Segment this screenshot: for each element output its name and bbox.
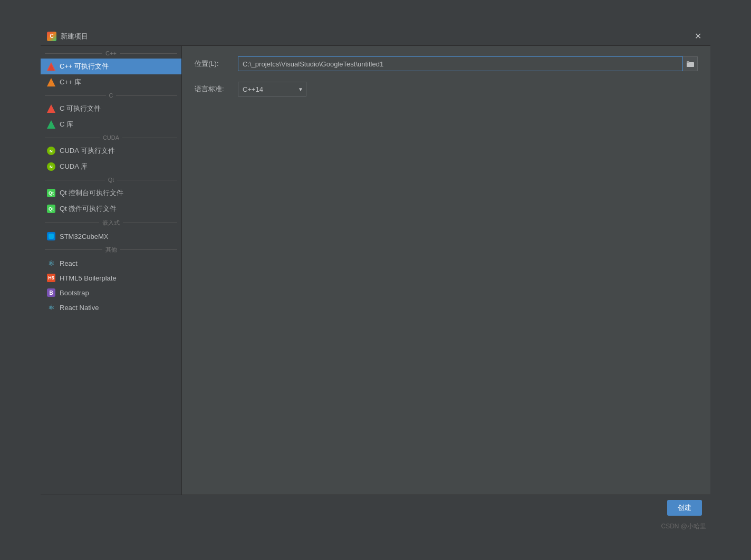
svg-marker-4 — [47, 120, 55, 129]
react-native-label: React Native — [60, 304, 99, 312]
titlebar: C 新建项目 ✕ — [41, 27, 710, 46]
location-input-wrapper — [238, 56, 698, 71]
svg-marker-3 — [47, 104, 55, 113]
create-button[interactable]: 创建 — [667, 500, 702, 516]
dialog-title: 新建项目 — [61, 32, 88, 41]
language-select[interactable]: C++14 C++11 C++17 C++20 — [238, 82, 306, 96]
sidebar: C++ C++ 可执行文件 C++ 库 — [41, 46, 182, 495]
cuda-executable-icon: N — [47, 147, 55, 155]
footer-right: 创建 — [667, 500, 702, 516]
section-qt: Qt — [41, 175, 181, 185]
sidebar-item-cuda-executable[interactable]: N CUDA 可执行文件 — [41, 143, 181, 159]
qt-widget-label: Qt 微件可执行文件 — [60, 204, 117, 214]
html5-icon: H5 — [47, 274, 55, 282]
sidebar-item-cpp-library[interactable]: C++ 库 — [41, 74, 181, 90]
main-content: 位置(L): 语言标准: C++14 C++11 — [182, 46, 710, 495]
stm32-label: STM32CubeMX — [60, 233, 108, 240]
section-cpp: C++ — [41, 48, 181, 59]
language-label: 语言标准: — [195, 84, 232, 94]
bootstrap-label: Bootstrap — [60, 289, 89, 297]
c-executable-label: C 可执行文件 — [60, 104, 101, 113]
cuda-executable-label: CUDA 可执行文件 — [60, 146, 115, 156]
folder-browse-button[interactable] — [683, 56, 698, 71]
c-library-icon — [47, 120, 55, 129]
sidebar-item-c-executable[interactable]: C 可执行文件 — [41, 101, 181, 117]
location-row: 位置(L): — [195, 56, 698, 71]
close-button[interactable]: ✕ — [691, 30, 704, 43]
sidebar-item-qt-console[interactable]: Qt Qt 控制台可执行文件 — [41, 185, 181, 201]
stm32-icon — [47, 232, 55, 240]
c-executable-icon — [47, 104, 55, 113]
sidebar-item-stm32[interactable]: STM32CubeMX — [41, 229, 181, 244]
bootstrap-icon: B — [47, 288, 55, 297]
section-cuda: CUDA — [41, 132, 181, 143]
location-label: 位置(L): — [195, 59, 232, 69]
qt-widget-icon: Qt — [47, 205, 55, 213]
sidebar-item-react-native[interactable]: ⚛ React Native — [41, 300, 181, 315]
location-input[interactable] — [238, 56, 683, 71]
dialog-body: C++ C++ 可执行文件 C++ 库 — [41, 46, 710, 495]
sidebar-item-c-library[interactable]: C 库 — [41, 117, 181, 132]
html5-label: HTML5 Boilerplate — [60, 274, 117, 282]
folder-icon — [687, 61, 694, 67]
svg-rect-5 — [687, 62, 694, 67]
cpp-library-icon — [47, 78, 55, 86]
svg-marker-2 — [47, 78, 55, 86]
cpp-library-label: C++ 库 — [60, 78, 81, 87]
react-native-icon: ⚛ — [47, 303, 55, 312]
clion-icon: C — [47, 32, 56, 41]
sidebar-item-react[interactable]: ⚛ React — [41, 256, 181, 271]
cpp-executable-icon — [47, 62, 55, 71]
react-icon: ⚛ — [47, 259, 55, 267]
sidebar-item-html5[interactable]: H5 HTML5 Boilerplate — [41, 271, 181, 285]
svg-rect-6 — [687, 61, 689, 63]
qt-console-label: Qt 控制台可执行文件 — [60, 188, 123, 198]
section-other: 其他 — [41, 244, 181, 256]
dialog-footer: 创建 — [41, 495, 710, 520]
section-c: C — [41, 90, 181, 101]
language-row: 语言标准: C++14 C++11 C++17 C++20 ▼ — [195, 82, 698, 96]
new-project-dialog: C 新建项目 ✕ C++ C++ 可执行文件 — [41, 27, 710, 533]
react-label: React — [60, 259, 78, 267]
qt-console-icon: Qt — [47, 189, 55, 197]
cuda-library-label: CUDA 库 — [60, 162, 88, 171]
sidebar-item-bootstrap[interactable]: B Bootstrap — [41, 285, 181, 300]
watermark: CSDN @小哈里 — [41, 520, 710, 533]
title-left: C 新建项目 — [47, 32, 88, 41]
sidebar-item-cpp-executable[interactable]: C++ 可执行文件 — [41, 59, 181, 74]
sidebar-item-cuda-library[interactable]: N CUDA 库 — [41, 159, 181, 175]
cpp-executable-label: C++ 可执行文件 — [60, 62, 109, 71]
language-select-wrapper: C++14 C++11 C++17 C++20 ▼ — [238, 82, 306, 96]
section-embedded: 嵌入式 — [41, 217, 181, 229]
c-library-label: C 库 — [60, 120, 73, 129]
sidebar-item-qt-widget[interactable]: Qt Qt 微件可执行文件 — [41, 201, 181, 217]
cuda-library-icon: N — [47, 162, 55, 171]
